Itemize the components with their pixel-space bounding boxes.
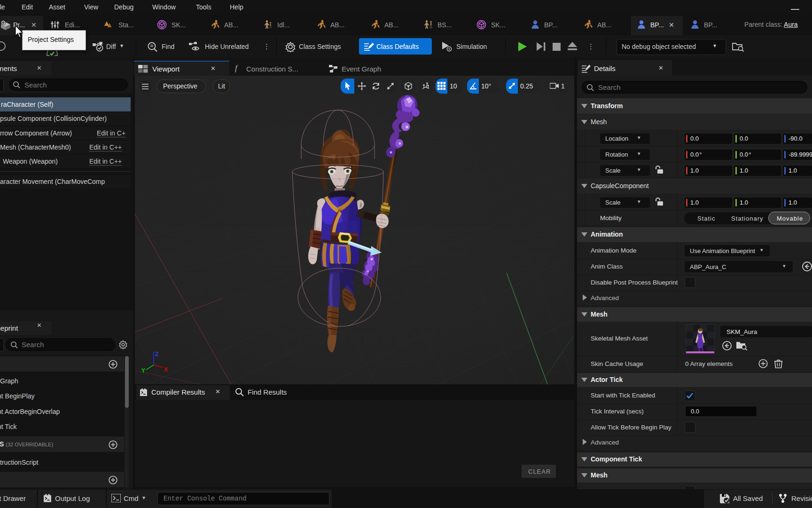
- svg-text:Z: Z: [155, 351, 158, 357]
- svg-text:Y: Y: [141, 367, 145, 374]
- svg-text:X: X: [164, 366, 168, 373]
